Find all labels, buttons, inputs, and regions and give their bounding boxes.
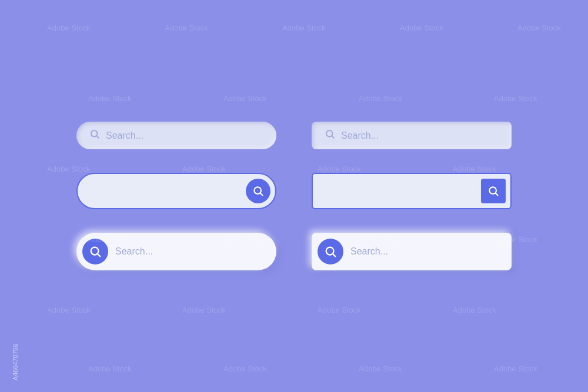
watermark-text: Adobe Stock (88, 364, 132, 373)
search-icon-circle[interactable] (82, 239, 108, 264)
watermark-text: Adobe Stock (282, 24, 326, 32)
search-placeholder: Search... (115, 246, 153, 257)
search-button-circle[interactable] (246, 179, 270, 203)
search-placeholder: Search... (350, 246, 388, 257)
search-bar-pill-inset[interactable]: Search... (76, 122, 276, 149)
search-icon-circle[interactable] (318, 239, 343, 264)
watermark-text: Adobe Stock (182, 306, 226, 314)
watermark-text: Adobe Stock (165, 24, 208, 32)
watermark-text: Adobe Stock (453, 306, 496, 314)
watermark-text: Adobe Stock (223, 364, 267, 373)
svg-line-3 (332, 136, 333, 138)
search-button-square[interactable] (481, 179, 506, 203)
side-watermark: A466470756 (12, 344, 19, 380)
watermark-text: Adobe Stock (359, 364, 402, 373)
svg-line-7 (496, 193, 498, 196)
search-placeholder: Search... (106, 130, 143, 141)
search-bar-rect-inset[interactable]: Search... (312, 122, 512, 149)
search-bar-pill-outline[interactable] (76, 173, 276, 209)
watermark-text: Adobe Stock (400, 24, 443, 32)
watermark-text: Adobe Stock (47, 24, 91, 32)
search-bar-pill-elevated[interactable]: Search... (76, 233, 276, 270)
svg-line-9 (98, 254, 100, 256)
svg-line-11 (333, 254, 335, 256)
svg-line-5 (260, 193, 263, 196)
search-icon (89, 129, 100, 142)
search-bars-container: Search... Search... (53, 98, 535, 294)
watermark-text: Adobe Stock (517, 24, 561, 32)
watermark-text: Adobe Stock (47, 306, 91, 314)
watermark-text: Adobe Stock (494, 364, 537, 373)
search-bar-rect-outline[interactable] (312, 173, 512, 209)
svg-line-1 (96, 136, 98, 138)
watermark-text: Adobe Stock (318, 306, 361, 314)
search-placeholder: Search... (341, 130, 379, 141)
search-bar-rect-elevated[interactable]: Search... (312, 233, 512, 270)
search-icon (325, 129, 335, 142)
